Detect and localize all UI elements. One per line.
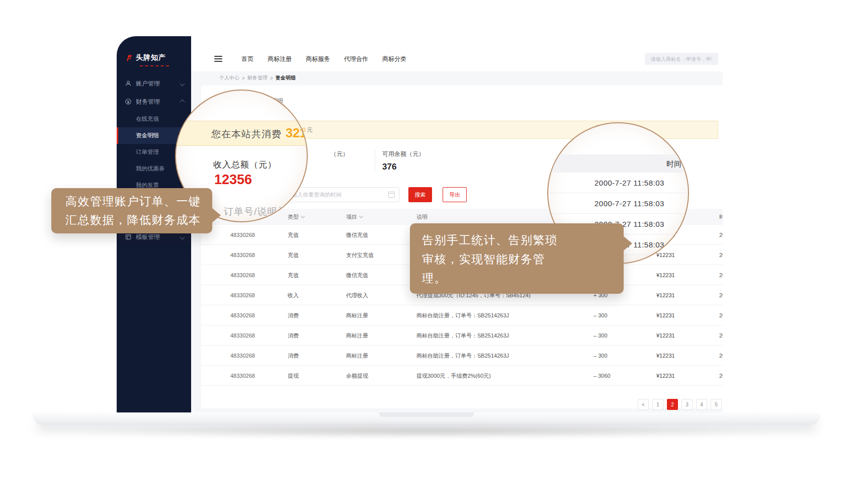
table-cell: 48330268 xyxy=(230,373,255,379)
table-cell: – 300 xyxy=(593,353,608,359)
table-cell: 消费 xyxy=(288,352,299,359)
table-row: 48330268消费商标注册商标自助注册，订单号：SB2514263J– 300… xyxy=(201,346,723,366)
table-cell: 2000-7-27 11:58:03 xyxy=(719,332,723,339)
tooltip-text-line: 告别手工统计、告别繁琐 xyxy=(422,230,624,249)
time-header-label: 时间 xyxy=(666,159,681,169)
breadcrumb-separator: > xyxy=(242,75,245,81)
breadcrumb-part[interactable]: 财务管理 xyxy=(247,74,268,81)
chevron-down-icon xyxy=(180,81,185,86)
table-cell: 48330268 xyxy=(230,312,255,318)
logo-text: 头牌知产 xyxy=(136,53,166,62)
search-button[interactable]: 搜索 xyxy=(408,187,432,202)
laptop-shadow xyxy=(70,425,783,438)
brand-icon xyxy=(126,54,133,61)
top-navbar: 首页商标注册商标服务代理合作商标分类 xyxy=(191,46,723,72)
magnified-time-cell: 2000-7-27 11:58:03 xyxy=(547,173,689,193)
column-header: 时间 xyxy=(719,213,723,221)
nav-item-3[interactable]: 商标服务 xyxy=(306,55,330,63)
column-header: 说明 xyxy=(416,213,428,221)
table-cell: 48330268 xyxy=(230,232,255,238)
pagination-page-button[interactable]: 3 xyxy=(681,399,693,410)
logo-tagline xyxy=(140,64,169,66)
table-cell: 2000-7-27 11:58:03 xyxy=(719,272,723,278)
table-cell: 48330268 xyxy=(230,272,255,278)
table-cell: 消费 xyxy=(288,331,299,339)
table-cell: 2000-7-27 11:58:03 xyxy=(719,252,723,258)
breadcrumb: 个人中心>财务管理>资金明细 xyxy=(191,71,723,85)
calendar-icon[interactable] xyxy=(388,192,395,198)
table-cell: 2000-7-27 11:58:03 xyxy=(719,232,723,238)
table-cell: – 300 xyxy=(593,332,608,339)
pagination-prev-button[interactable]: < xyxy=(638,399,649,410)
table-cell: 48330268 xyxy=(230,292,255,298)
breadcrumb-part: 资金明细 xyxy=(276,74,296,81)
table-cell: 48330268 xyxy=(230,353,255,359)
table-cell: 余额提现 xyxy=(346,372,368,379)
table-cell: ¥12231 xyxy=(656,292,675,298)
tooltip-text-line: 理。 xyxy=(422,269,624,288)
user-icon xyxy=(125,80,132,87)
tooltip-text-line: 高效管理账户订单、一键 xyxy=(65,192,212,211)
table-cell: 提现3000元，手续费2%(60元) xyxy=(416,372,491,379)
table-cell: 充值 xyxy=(288,231,299,238)
pagination-page-button[interactable]: 4 xyxy=(696,399,707,410)
pagination: <12345 xyxy=(638,399,723,410)
table-cell: 2000-7-27 11:58:03 xyxy=(719,373,723,379)
sort-icon[interactable] xyxy=(301,214,305,218)
tooltip-right: 告别手工统计、告别繁琐审核，实现智能财务管理。 xyxy=(410,223,624,294)
nav-item-1[interactable]: 首页 xyxy=(241,55,253,63)
stat-expense: （元） xyxy=(330,150,349,162)
logo[interactable]: 头牌知产 xyxy=(126,53,166,62)
sidebar-item-label: 模板管理 xyxy=(136,233,160,241)
table-row: 48330268消费商标注册商标自助注册，订单号：SB2514263J– 300… xyxy=(201,325,723,346)
table-cell: 提现 xyxy=(288,372,299,379)
nav-item-5[interactable]: 商标分类 xyxy=(382,55,406,63)
sort-icon[interactable] xyxy=(359,214,363,218)
pagination-page-button[interactable]: 1 xyxy=(652,399,663,410)
stat-value: 376 xyxy=(382,162,424,172)
tooltip-text-line: 审核，实现智能财务管 xyxy=(422,249,624,269)
chevron-up-icon xyxy=(180,99,185,104)
table-cell: 商标自助注册，订单号：SB2514263J xyxy=(416,352,509,359)
topnav-items: 首页商标注册商标服务代理合作商标分类 xyxy=(241,55,406,63)
table-cell: 2000-7-27 11:58:03 xyxy=(719,292,723,298)
table-cell: ¥12231 xyxy=(656,252,675,258)
export-button[interactable]: 导出 xyxy=(443,187,467,202)
magnified-time-header: 时间 xyxy=(547,154,689,173)
table-cell: 支付宝充值 xyxy=(346,251,374,259)
breadcrumb-part[interactable]: 个人中心 xyxy=(219,74,239,81)
table-cell: 48330268 xyxy=(230,332,255,339)
tooltip-left: 高效管理账户订单、一键汇总数据，降低财务成本 xyxy=(51,188,212,233)
magnified-stat-label: 收入总额（元） xyxy=(213,159,277,171)
breadcrumb-separator: > xyxy=(270,75,273,81)
table-cell: 代理收入 xyxy=(346,291,368,299)
table-cell: 商标自助注册，订单号：SB2514263J xyxy=(416,331,509,339)
column-header-label: 项目 xyxy=(346,214,357,220)
stat-label: （元） xyxy=(330,150,349,158)
pagination-page-button[interactable]: 5 xyxy=(711,399,722,410)
nav-item-2[interactable]: 商标注册 xyxy=(268,55,292,63)
menu-icon[interactable] xyxy=(214,56,222,62)
pagination-page-button[interactable]: 2 xyxy=(667,399,678,410)
table-cell: – 300 xyxy=(593,312,608,318)
table-cell: 商标自助注册，订单号：SB2514263J xyxy=(416,311,509,319)
search-input[interactable] xyxy=(645,53,718,65)
nav-item-4[interactable]: 代理合作 xyxy=(344,55,368,63)
table-cell: 商标注册 xyxy=(346,311,368,319)
column-header-label: 时间 xyxy=(719,214,723,220)
column-header[interactable]: 类型 xyxy=(288,213,304,221)
column-header[interactable]: 项目 xyxy=(346,213,363,221)
sidebar-item-finance[interactable]: 财务管理 xyxy=(117,93,191,111)
table-row: 48330268消费商标注册商标自助注册，订单号：SB2514263J– 300… xyxy=(201,305,723,325)
table-cell: 2000-7-27 11:58:03 xyxy=(719,353,723,359)
page: { "colors": { "accent_red": "#e0251b", "… xyxy=(0,0,853,504)
tooltip-text-line: 汇总数据，降低财务成本 xyxy=(65,211,212,229)
sidebar-item-account[interactable]: 账户管理 xyxy=(117,74,191,93)
table-cell: ¥12231 xyxy=(656,332,675,339)
sidebar-item-label: 账户管理 xyxy=(136,79,160,88)
table-row: 48330268提现余额提现提现3000元，手续费2%(60元)– 3060¥1… xyxy=(201,366,723,386)
laptop-base-notch xyxy=(379,412,474,417)
table-cell: ¥12231 xyxy=(656,353,675,359)
sidebar-subitem[interactable]: 在线充值 xyxy=(117,111,191,127)
sidebar-item-label: 财务管理 xyxy=(136,98,160,106)
